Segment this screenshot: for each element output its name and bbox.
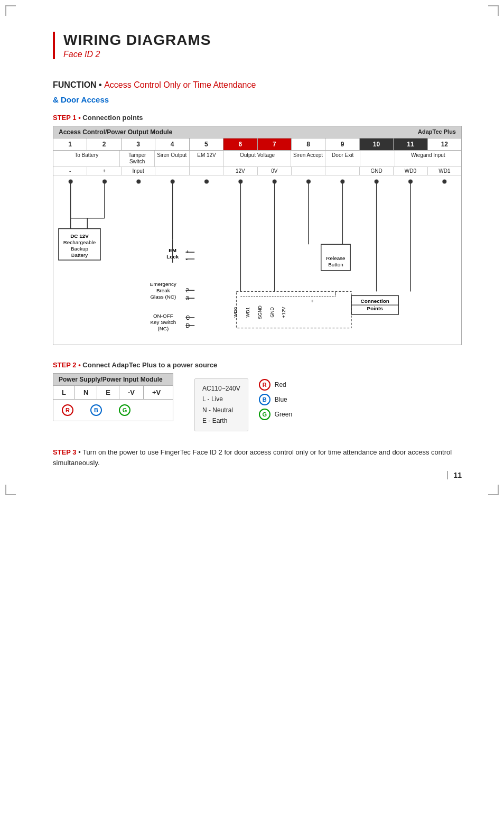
power-terminal-pv: +V — [144, 386, 169, 399]
sublabel-minus: - — [53, 167, 87, 175]
power-terminal-row: L N E -V +V — [53, 385, 173, 400]
legend-circle-G: G — [259, 409, 270, 420]
page-title: WIRING DIAGRAMS — [63, 32, 462, 49]
legend-red: R Red — [259, 378, 292, 391]
ac-legend-section: AC110~240V L - Live N - Neutral E - Eart… — [194, 378, 292, 431]
sublabel-gnd: GND — [360, 167, 394, 175]
ac-info-box: AC110~240V L - Live N - Neutral E - Eart… — [194, 378, 248, 431]
power-symbol-R: R — [53, 403, 82, 418]
terminal-2: 2 — [87, 138, 121, 150]
wiring-svg: DC 12V Rechargeable Backup Battery EM Lo… — [53, 175, 461, 345]
wiring-diagram: Access Control/Power Output Module AdapT… — [53, 126, 462, 345]
power-module-title: Power Supply/Power Input Module — [53, 374, 173, 385]
function-title: FUNCTION • Access Control Only or Time A… — [53, 80, 462, 90]
svg-text:(NC): (NC) — [157, 326, 169, 331]
page-header: WIRING DIAGRAMS Face ID 2 — [53, 32, 462, 59]
legend-green-text: Green — [275, 408, 292, 421]
power-supply-section: Power Supply/Power Input Module L N E -V… — [53, 373, 462, 431]
power-symbol-B: B — [82, 403, 110, 418]
function-bold: FUNCTION • — [53, 80, 104, 89]
svg-text:Points: Points — [367, 305, 384, 311]
sublabel-0v: 0V — [258, 167, 292, 175]
legend-green: G Green — [259, 408, 292, 421]
sublabel-9 — [325, 167, 359, 175]
step3-dot: • — [78, 448, 82, 456]
label-empty — [360, 151, 395, 166]
legend-blue-text: Blue — [275, 393, 287, 406]
terminal-10: 10 — [360, 138, 394, 150]
sublabel-12v: 12V — [223, 167, 257, 175]
power-diagram-container: Power Supply/Power Input Module L N E -V… — [53, 373, 173, 421]
terminal-8: 8 — [292, 138, 325, 150]
step1-header: STEP 1 • Connection points — [53, 114, 462, 122]
wiring-area: DC 12V Rechargeable Backup Battery EM Lo… — [53, 175, 461, 345]
step2-text: Connect AdapTec Plus to a power source — [82, 361, 217, 369]
step3-label: STEP 3 — [53, 448, 77, 456]
svg-text:WD0: WD0 — [233, 307, 238, 318]
adapttec-label: AdapTec Plus — [418, 128, 456, 135]
step1-text: Connection points — [82, 114, 143, 122]
label-tamper: Tamper Switch — [120, 151, 155, 166]
power-terminal-E: E — [97, 386, 119, 399]
label-door-exit: Door Exit — [325, 151, 360, 166]
terminal-9: 9 — [325, 138, 359, 150]
power-symbol-row: R B G — [53, 400, 173, 421]
sublabel-wd0: WD0 — [394, 167, 427, 175]
power-symbol-G: G — [110, 403, 139, 418]
svg-text:ON-OFF: ON-OFF — [153, 313, 173, 319]
sublabel-8 — [292, 167, 325, 175]
terminal-7: 7 — [258, 138, 292, 150]
svg-text:Button: Button — [328, 262, 343, 267]
svg-text:+: + — [185, 248, 189, 255]
terminal-11: 11 — [394, 138, 427, 150]
sublabel-5 — [190, 167, 223, 175]
power-terminal-N: N — [75, 386, 97, 399]
terminal-4: 4 — [155, 138, 189, 150]
legend-circle-R: R — [259, 379, 270, 391]
sublabel-plus: + — [87, 167, 121, 175]
label-siren-output: Siren Output — [155, 151, 190, 166]
svg-text:Rechargeable: Rechargeable — [63, 239, 96, 245]
label-battery: To Battery — [53, 151, 120, 166]
svg-text:Release: Release — [326, 255, 346, 261]
sublabel-input: Input — [122, 167, 155, 175]
svg-text:+12V: +12V — [281, 307, 286, 318]
step1-label: STEP 1 — [53, 114, 77, 122]
svg-text:Key Switch: Key Switch — [150, 319, 176, 325]
step2-label: STEP 2 — [53, 361, 77, 369]
svg-text:WD1: WD1 — [245, 307, 250, 318]
step2-header: STEP 2 • Connect AdapTec Plus to a power… — [53, 361, 462, 369]
sublabel-wd1: WD1 — [428, 167, 461, 175]
power-terminal-nv: -V — [119, 386, 144, 399]
circle-G: G — [119, 404, 130, 416]
legend-circle-B: B — [259, 394, 270, 405]
svg-text:Backup: Backup — [71, 246, 88, 252]
sublabel-4 — [155, 167, 189, 175]
terminal-6: 6 — [223, 138, 257, 150]
circle-R: R — [62, 404, 73, 416]
label-output-voltage: Output Voltage — [224, 151, 291, 166]
legend-blue: B Blue — [259, 393, 292, 406]
svg-text:Glass (NC): Glass (NC) — [150, 294, 176, 300]
terminal-5: 5 — [190, 138, 223, 150]
terminal-row: 1 2 3 4 5 6 7 8 9 10 11 12 — [53, 138, 461, 151]
svg-text:Connection: Connection — [361, 298, 389, 304]
ac-line3: N - Neutral — [202, 405, 240, 415]
power-terminal-L: L — [53, 386, 75, 399]
sublabel-row: - + Input 12V 0V GND WD0 WD1 — [53, 167, 461, 175]
terminal-12: 12 — [428, 138, 461, 150]
module-title: Access Control/Power Output Module — [59, 128, 172, 136]
step3-text: Turn on the power to use FingerTec Face … — [53, 448, 452, 467]
svg-text:Battery: Battery — [71, 252, 88, 258]
label-em: EM 12V — [190, 151, 225, 166]
svg-point-11 — [442, 180, 446, 184]
svg-text:Emergency: Emergency — [150, 281, 176, 287]
svg-text:Break: Break — [156, 288, 170, 293]
function-red-text: Access Control Only or Time Attendance — [104, 80, 256, 89]
power-legend: R Red B Blue G Green — [259, 378, 292, 423]
svg-text:SGND: SGND — [257, 305, 263, 319]
svg-point-2 — [136, 180, 141, 184]
page-number: 11 — [447, 471, 462, 479]
power-symbol-empty2 — [156, 403, 173, 418]
ac-line2: L - Live — [202, 394, 240, 404]
